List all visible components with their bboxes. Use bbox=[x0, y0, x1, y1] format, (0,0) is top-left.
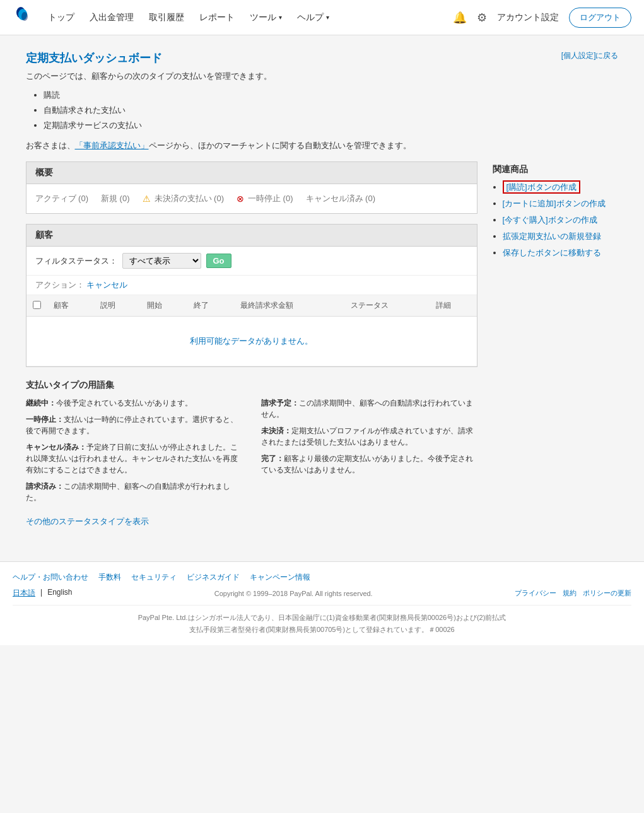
glossary-title: 支払いタイプの用語集 bbox=[26, 380, 477, 391]
footer-link-security[interactable]: セキュリティ bbox=[131, 572, 177, 583]
action-cancel-link[interactable]: キャンセル bbox=[86, 280, 127, 290]
overview-header: 概要 bbox=[26, 162, 477, 184]
nav-help[interactable]: ヘルプ ▾ bbox=[297, 12, 329, 23]
filter-select[interactable]: すべて表示アクティブ一時停止キャンセル済み bbox=[122, 253, 201, 269]
action-row: アクション： キャンセル bbox=[26, 276, 477, 295]
footer-privacy-link[interactable]: プライバシー bbox=[515, 588, 556, 598]
glossary-item: 一時停止：支払いは一時的に停止されています。選択すると、後で再開できます。 bbox=[26, 414, 242, 436]
footer-links: ヘルプ・お問い合わせ 手数料 セキュリティ ビジネスガイド キャンペーン情報 bbox=[13, 572, 631, 583]
glossary-left: 継続中：今後予定されている支払いがあります。 一時停止：支払いは一時的に停止され… bbox=[26, 397, 242, 508]
lang-ja-link[interactable]: 日本語 bbox=[13, 588, 35, 599]
filter-label: フィルタステータス： bbox=[35, 255, 117, 267]
filter-row: フィルタステータス： すべて表示アクティブ一時停止キャンセル済み Go bbox=[26, 247, 477, 276]
footer-legal-links: プライバシー 規約 ポリシーの更新 bbox=[515, 588, 631, 598]
customers-table-wrap: 顧客 説明 開始 終了 最終請求求金額 ステータス 詳細 利用可 bbox=[26, 295, 477, 366]
sidebar-list: [購読]ボタンの作成 [カートに追加]ボタンの作成 [今すぐ購入]ボタンの作成 … bbox=[503, 182, 619, 259]
table-header-row: 顧客 説明 開始 終了 最終請求求金額 ステータス 詳細 bbox=[26, 295, 477, 317]
sidebar-link-recurring[interactable]: 拡張定期支払いの新規登録 bbox=[503, 231, 601, 241]
footer-policy-link[interactable]: ポリシーの更新 bbox=[583, 588, 631, 598]
help-chevron-icon: ▾ bbox=[326, 14, 329, 21]
lang-en: English bbox=[47, 588, 72, 599]
page-header: 定期支払いダッシュボード [個人設定]に戻る bbox=[26, 50, 619, 66]
nav-finance[interactable]: 入出金管理 bbox=[90, 12, 134, 23]
content-area: 概要 アクティブ (0) 新規 (0) ⚠ 未決済の支払い (0) ⊗ 一時停止… bbox=[26, 161, 619, 527]
nav-history[interactable]: 取引履歴 bbox=[149, 12, 184, 23]
tools-chevron-icon: ▾ bbox=[279, 14, 282, 21]
footer-copyright: Copyright © 1999–2018 PayPal. All rights… bbox=[72, 590, 515, 597]
customers-table: 顧客 説明 開始 終了 最終請求求金額 ステータス 詳細 利用可 bbox=[26, 295, 477, 366]
main-nav: トップ 入出金管理 取引履歴 レポート ツール ▾ ヘルプ ▾ bbox=[48, 12, 453, 23]
col-amount: 最終請求求金額 bbox=[234, 295, 344, 317]
sidebar-link-cart[interactable]: [カートに追加]ボタンの作成 bbox=[503, 199, 606, 208]
sidebar-link-subscribe[interactable]: [購読]ボタンの作成 bbox=[503, 180, 580, 194]
glossary-grid: 継続中：今後予定されている支払いがあります。 一時停止：支払いは一時的に停止され… bbox=[26, 397, 477, 508]
warning-icon: ⚠ bbox=[143, 194, 151, 204]
footer-terms-link[interactable]: 規約 bbox=[563, 588, 577, 598]
sidebar-item: 拡張定期支払いの新規登録 bbox=[503, 231, 619, 242]
sidebar-link-saved-buttons[interactable]: 保存したボタンに移動する bbox=[503, 248, 601, 257]
preauth-link[interactable]: 「事前承認支払い」 bbox=[75, 141, 149, 150]
sidebar-item: [購読]ボタンの作成 bbox=[503, 182, 619, 193]
footer-notice: PayPal Pte. Ltd.はシンガポール法人であり、日本国金融庁に(1)資… bbox=[13, 605, 631, 635]
notification-bell-icon[interactable]: 🔔 bbox=[453, 11, 467, 25]
go-button[interactable]: Go bbox=[206, 254, 231, 268]
glossary-item: 継続中：今後予定されている支払いがあります。 bbox=[26, 397, 242, 409]
stat-active: アクティブ (0) bbox=[35, 193, 102, 204]
glossary-item: 請求済み：この請求期間中、顧客への自動請求が行われました。 bbox=[26, 481, 242, 503]
stat-pending[interactable]: ⚠ 未決済の支払い (0) bbox=[143, 193, 237, 204]
stop-icon: ⊗ bbox=[237, 194, 244, 204]
list-item: 自動請求された支払い bbox=[44, 105, 619, 116]
header: トップ 入出金管理 取引履歴 レポート ツール ▾ ヘルプ ▾ 🔔 ⚙ アカウン… bbox=[0, 0, 644, 35]
page-title: 定期支払いダッシュボード bbox=[26, 50, 162, 66]
glossary-item: 請求予定：この請求期間中、顧客への自動請求は行われていません。 bbox=[261, 397, 477, 420]
svg-point-2 bbox=[21, 12, 28, 21]
customers-section: 顧客 フィルタステータス： すべて表示アクティブ一時停止キャンセル済み Go ア… bbox=[26, 224, 477, 367]
sidebar-title: 関連商品 bbox=[493, 161, 619, 175]
glossary-right: 請求予定：この請求期間中、顧客への自動請求は行われていません。 未決済：定期支払… bbox=[261, 397, 477, 508]
no-data-row: 利用可能なデータがありません。 bbox=[26, 317, 477, 366]
footer-lang: 日本語 | English bbox=[13, 588, 72, 599]
footer-link-business[interactable]: ビジネスガイド bbox=[187, 572, 240, 583]
overview-section: 概要 アクティブ (0) 新規 (0) ⚠ 未決済の支払い (0) ⊗ 一時停止… bbox=[26, 161, 477, 214]
lang-separator: | bbox=[40, 588, 42, 599]
sidebar-item: 保存したボタンに移動する bbox=[503, 247, 619, 259]
sidebar: 関連商品 [購読]ボタンの作成 [カートに追加]ボタンの作成 [今すぐ購入]ボタ… bbox=[493, 161, 619, 527]
list-item: 定期請求サービスの支払い bbox=[44, 120, 619, 131]
footer-link-campaign[interactable]: キャンペーン情報 bbox=[250, 572, 310, 583]
content-main: 概要 アクティブ (0) 新規 (0) ⚠ 未決済の支払い (0) ⊗ 一時停止… bbox=[26, 161, 477, 527]
col-description: 説明 bbox=[94, 295, 141, 317]
col-start: 開始 bbox=[141, 295, 187, 317]
col-status: ステータス bbox=[344, 295, 430, 317]
customers-header: 顧客 bbox=[26, 225, 477, 247]
stat-new: 新規 (0) bbox=[101, 193, 143, 204]
header-right: 🔔 ⚙ アカウント設定 ログアウト bbox=[453, 8, 631, 28]
select-all-checkbox[interactable] bbox=[33, 301, 41, 309]
page-description: このページでは、顧客からの次のタイプの支払いを管理できます。 bbox=[26, 71, 619, 82]
account-settings-link[interactable]: アカウント設定 bbox=[497, 12, 559, 23]
glossary-item: 完了：顧客より最後の定期支払いがありました。今後予定されている支払いはありません… bbox=[261, 453, 477, 476]
col-customer: 顧客 bbox=[47, 295, 94, 317]
list-item: 購読 bbox=[44, 90, 619, 101]
select-all-header bbox=[26, 295, 47, 317]
paypal-logo bbox=[13, 6, 33, 28]
nav-tools[interactable]: ツール ▾ bbox=[250, 12, 282, 23]
more-status-link[interactable]: その他のステータスタイプを表示 bbox=[26, 516, 149, 527]
preauth-description: お客さまは、「事前承認支払い」ページから、ほかのマーチャントに関する自動支払いを… bbox=[26, 140, 619, 151]
col-end: 終了 bbox=[187, 295, 234, 317]
settings-gear-icon[interactable]: ⚙ bbox=[477, 11, 487, 25]
action-label: アクション： bbox=[35, 280, 85, 290]
sidebar-link-buynow[interactable]: [今すぐ購入]ボタンの作成 bbox=[503, 215, 597, 225]
no-data-cell: 利用可能なデータがありません。 bbox=[26, 317, 477, 366]
logout-button[interactable]: ログアウト bbox=[569, 8, 631, 28]
footer-link-fees[interactable]: 手数料 bbox=[98, 572, 121, 583]
footer-bottom: 日本語 | English Copyright © 1999–2018 PayP… bbox=[13, 588, 631, 599]
footer-link-help[interactable]: ヘルプ・お問い合わせ bbox=[13, 572, 88, 583]
glossary-item: キャンセル済み：予定終了日前に支払いが停止されました。これ以降支払いは行われませ… bbox=[26, 442, 242, 476]
back-link[interactable]: [個人設定]に戻る bbox=[561, 50, 619, 61]
nav-top[interactable]: トップ bbox=[48, 12, 74, 23]
feature-list: 購読 自動請求された支払い 定期請求サービスの支払い bbox=[44, 90, 619, 131]
stat-paused[interactable]: ⊗ 一時停止 (0) bbox=[237, 193, 306, 204]
main-container: 定期支払いダッシュボード [個人設定]に戻る このページでは、顧客からの次のタイ… bbox=[13, 35, 631, 542]
overview-stats: アクティブ (0) 新規 (0) ⚠ 未決済の支払い (0) ⊗ 一時停止 (0… bbox=[26, 184, 477, 213]
nav-reports[interactable]: レポート bbox=[199, 12, 235, 23]
